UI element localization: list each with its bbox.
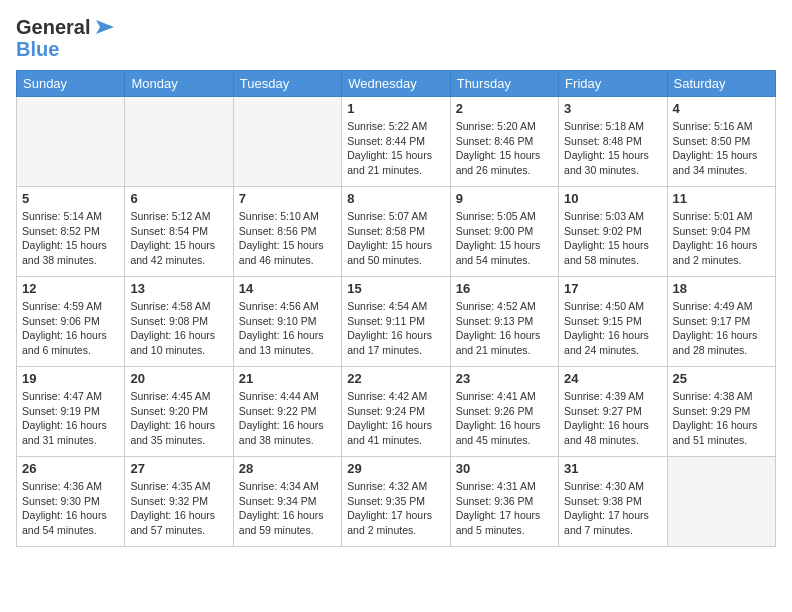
day-info: Sunrise: 4:35 AM Sunset: 9:32 PM Dayligh… [130, 479, 227, 538]
weekday-header-row: SundayMondayTuesdayWednesdayThursdayFrid… [17, 71, 776, 97]
calendar-cell [667, 457, 775, 547]
day-info: Sunrise: 4:44 AM Sunset: 9:22 PM Dayligh… [239, 389, 336, 448]
day-number: 3 [564, 101, 661, 116]
calendar-cell: 18Sunrise: 4:49 AM Sunset: 9:17 PM Dayli… [667, 277, 775, 367]
day-number: 22 [347, 371, 444, 386]
day-number: 18 [673, 281, 770, 296]
calendar-cell: 9Sunrise: 5:05 AM Sunset: 9:00 PM Daylig… [450, 187, 558, 277]
weekday-header-thursday: Thursday [450, 71, 558, 97]
day-info: Sunrise: 4:52 AM Sunset: 9:13 PM Dayligh… [456, 299, 553, 358]
weekday-header-saturday: Saturday [667, 71, 775, 97]
calendar-cell: 31Sunrise: 4:30 AM Sunset: 9:38 PM Dayli… [559, 457, 667, 547]
calendar-cell: 28Sunrise: 4:34 AM Sunset: 9:34 PM Dayli… [233, 457, 341, 547]
calendar-week-5: 26Sunrise: 4:36 AM Sunset: 9:30 PM Dayli… [17, 457, 776, 547]
day-info: Sunrise: 4:38 AM Sunset: 9:29 PM Dayligh… [673, 389, 770, 448]
day-number: 10 [564, 191, 661, 206]
day-info: Sunrise: 4:47 AM Sunset: 9:19 PM Dayligh… [22, 389, 119, 448]
day-info: Sunrise: 5:14 AM Sunset: 8:52 PM Dayligh… [22, 209, 119, 268]
calendar-week-2: 5Sunrise: 5:14 AM Sunset: 8:52 PM Daylig… [17, 187, 776, 277]
day-number: 28 [239, 461, 336, 476]
calendar-cell: 16Sunrise: 4:52 AM Sunset: 9:13 PM Dayli… [450, 277, 558, 367]
calendar-cell: 15Sunrise: 4:54 AM Sunset: 9:11 PM Dayli… [342, 277, 450, 367]
day-number: 4 [673, 101, 770, 116]
calendar-cell: 13Sunrise: 4:58 AM Sunset: 9:08 PM Dayli… [125, 277, 233, 367]
day-number: 25 [673, 371, 770, 386]
weekday-header-tuesday: Tuesday [233, 71, 341, 97]
logo-text: General Blue [16, 16, 114, 60]
day-info: Sunrise: 5:16 AM Sunset: 8:50 PM Dayligh… [673, 119, 770, 178]
day-info: Sunrise: 5:07 AM Sunset: 8:58 PM Dayligh… [347, 209, 444, 268]
calendar-body: 1Sunrise: 5:22 AM Sunset: 8:44 PM Daylig… [17, 97, 776, 547]
day-info: Sunrise: 4:50 AM Sunset: 9:15 PM Dayligh… [564, 299, 661, 358]
weekday-header-monday: Monday [125, 71, 233, 97]
day-info: Sunrise: 5:22 AM Sunset: 8:44 PM Dayligh… [347, 119, 444, 178]
day-info: Sunrise: 4:36 AM Sunset: 9:30 PM Dayligh… [22, 479, 119, 538]
day-number: 8 [347, 191, 444, 206]
calendar-cell: 11Sunrise: 5:01 AM Sunset: 9:04 PM Dayli… [667, 187, 775, 277]
day-number: 26 [22, 461, 119, 476]
calendar-cell: 24Sunrise: 4:39 AM Sunset: 9:27 PM Dayli… [559, 367, 667, 457]
day-number: 30 [456, 461, 553, 476]
day-number: 29 [347, 461, 444, 476]
day-number: 31 [564, 461, 661, 476]
day-number: 19 [22, 371, 119, 386]
day-number: 6 [130, 191, 227, 206]
day-number: 17 [564, 281, 661, 296]
calendar-cell: 25Sunrise: 4:38 AM Sunset: 9:29 PM Dayli… [667, 367, 775, 457]
day-number: 12 [22, 281, 119, 296]
day-number: 15 [347, 281, 444, 296]
day-number: 16 [456, 281, 553, 296]
calendar-cell: 8Sunrise: 5:07 AM Sunset: 8:58 PM Daylig… [342, 187, 450, 277]
calendar-cell: 7Sunrise: 5:10 AM Sunset: 8:56 PM Daylig… [233, 187, 341, 277]
calendar-cell: 3Sunrise: 5:18 AM Sunset: 8:48 PM Daylig… [559, 97, 667, 187]
day-info: Sunrise: 4:45 AM Sunset: 9:20 PM Dayligh… [130, 389, 227, 448]
calendar-cell: 23Sunrise: 4:41 AM Sunset: 9:26 PM Dayli… [450, 367, 558, 457]
day-number: 27 [130, 461, 227, 476]
calendar-cell: 30Sunrise: 4:31 AM Sunset: 9:36 PM Dayli… [450, 457, 558, 547]
day-info: Sunrise: 5:05 AM Sunset: 9:00 PM Dayligh… [456, 209, 553, 268]
logo-general: General [16, 16, 90, 38]
day-number: 14 [239, 281, 336, 296]
day-number: 23 [456, 371, 553, 386]
day-info: Sunrise: 4:49 AM Sunset: 9:17 PM Dayligh… [673, 299, 770, 358]
day-info: Sunrise: 4:58 AM Sunset: 9:08 PM Dayligh… [130, 299, 227, 358]
calendar-week-1: 1Sunrise: 5:22 AM Sunset: 8:44 PM Daylig… [17, 97, 776, 187]
day-info: Sunrise: 4:31 AM Sunset: 9:36 PM Dayligh… [456, 479, 553, 538]
calendar-cell: 20Sunrise: 4:45 AM Sunset: 9:20 PM Dayli… [125, 367, 233, 457]
calendar-cell: 19Sunrise: 4:47 AM Sunset: 9:19 PM Dayli… [17, 367, 125, 457]
day-number: 9 [456, 191, 553, 206]
day-number: 7 [239, 191, 336, 206]
calendar-cell: 12Sunrise: 4:59 AM Sunset: 9:06 PM Dayli… [17, 277, 125, 367]
calendar-cell [125, 97, 233, 187]
day-number: 21 [239, 371, 336, 386]
day-info: Sunrise: 4:34 AM Sunset: 9:34 PM Dayligh… [239, 479, 336, 538]
weekday-header-friday: Friday [559, 71, 667, 97]
day-number: 11 [673, 191, 770, 206]
day-number: 1 [347, 101, 444, 116]
calendar-cell: 22Sunrise: 4:42 AM Sunset: 9:24 PM Dayli… [342, 367, 450, 457]
calendar-week-4: 19Sunrise: 4:47 AM Sunset: 9:19 PM Dayli… [17, 367, 776, 457]
day-number: 24 [564, 371, 661, 386]
day-number: 13 [130, 281, 227, 296]
calendar-cell: 17Sunrise: 4:50 AM Sunset: 9:15 PM Dayli… [559, 277, 667, 367]
day-info: Sunrise: 4:42 AM Sunset: 9:24 PM Dayligh… [347, 389, 444, 448]
weekday-header-sunday: Sunday [17, 71, 125, 97]
weekday-header-wednesday: Wednesday [342, 71, 450, 97]
calendar-cell: 2Sunrise: 5:20 AM Sunset: 8:46 PM Daylig… [450, 97, 558, 187]
calendar-cell: 21Sunrise: 4:44 AM Sunset: 9:22 PM Dayli… [233, 367, 341, 457]
day-number: 5 [22, 191, 119, 206]
day-info: Sunrise: 4:41 AM Sunset: 9:26 PM Dayligh… [456, 389, 553, 448]
calendar-cell [17, 97, 125, 187]
calendar-week-3: 12Sunrise: 4:59 AM Sunset: 9:06 PM Dayli… [17, 277, 776, 367]
day-info: Sunrise: 5:03 AM Sunset: 9:02 PM Dayligh… [564, 209, 661, 268]
day-number: 2 [456, 101, 553, 116]
calendar-cell: 1Sunrise: 5:22 AM Sunset: 8:44 PM Daylig… [342, 97, 450, 187]
logo-blue: Blue [16, 38, 114, 60]
day-info: Sunrise: 5:10 AM Sunset: 8:56 PM Dayligh… [239, 209, 336, 268]
calendar-cell: 29Sunrise: 4:32 AM Sunset: 9:35 PM Dayli… [342, 457, 450, 547]
day-info: Sunrise: 4:32 AM Sunset: 9:35 PM Dayligh… [347, 479, 444, 538]
svg-marker-0 [96, 20, 114, 34]
day-info: Sunrise: 4:56 AM Sunset: 9:10 PM Dayligh… [239, 299, 336, 358]
day-info: Sunrise: 4:59 AM Sunset: 9:06 PM Dayligh… [22, 299, 119, 358]
day-info: Sunrise: 5:20 AM Sunset: 8:46 PM Dayligh… [456, 119, 553, 178]
